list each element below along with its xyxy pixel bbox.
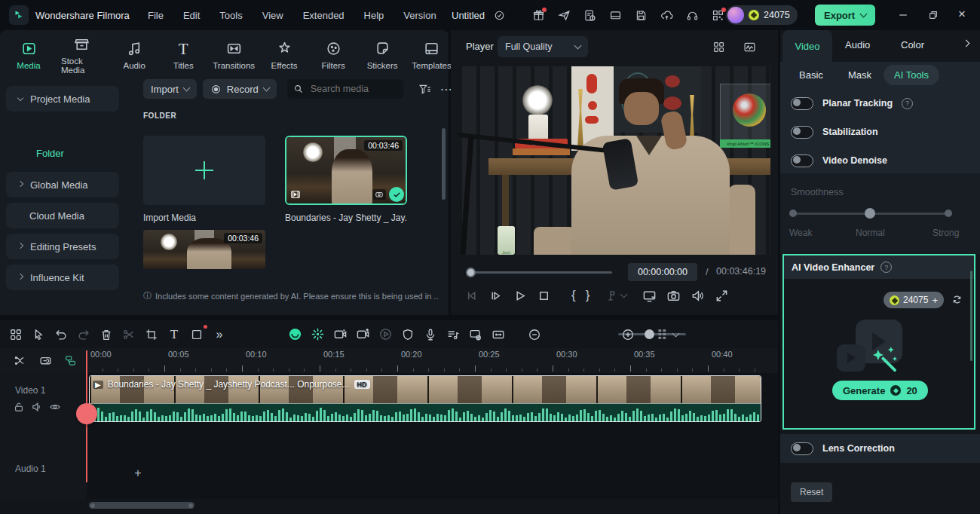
- close-button[interactable]: ×: [958, 7, 966, 22]
- menu-tools[interactable]: Tools: [210, 10, 252, 21]
- crop-icon[interactable]: [140, 324, 163, 345]
- smoothness-handle[interactable]: [865, 208, 875, 219]
- ripple-delete-icon[interactable]: [14, 354, 26, 367]
- sidebar-item-global-media[interactable]: Global Media: [6, 172, 119, 197]
- task-list-icon[interactable]: [583, 9, 596, 22]
- fullscreen-icon[interactable]: [715, 289, 729, 303]
- share-plane-icon[interactable]: [558, 9, 571, 22]
- generate-button[interactable]: Generate 20: [832, 381, 928, 400]
- zoom-slider-handle[interactable]: [645, 329, 654, 339]
- subtab-mask[interactable]: Mask: [848, 69, 871, 81]
- tab-audio[interactable]: Audio: [118, 41, 151, 70]
- playback-render-icon[interactable]: [374, 324, 397, 345]
- sidebar-item-editing-presets[interactable]: Editing Presets: [6, 234, 119, 259]
- play-icon[interactable]: [513, 289, 527, 303]
- sidebar-item-project-media[interactable]: Project Media: [6, 86, 119, 112]
- tab-video[interactable]: Video: [782, 30, 832, 62]
- save-icon[interactable]: [635, 9, 648, 22]
- quality-dropdown[interactable]: Full Quality: [498, 36, 588, 57]
- ai-copilot-icon[interactable]: [283, 324, 306, 345]
- reset-button[interactable]: Reset: [791, 482, 832, 502]
- mask-rect-icon[interactable]: [185, 324, 208, 345]
- menu-edit[interactable]: Edit: [173, 10, 210, 21]
- sidebar-item-influence-kit[interactable]: Influence Kit: [6, 265, 119, 290]
- tab-media[interactable]: Media: [12, 41, 45, 70]
- import-media-tile[interactable]: [143, 136, 265, 205]
- support-headset-icon[interactable]: [686, 9, 699, 22]
- search-input[interactable]: [309, 83, 387, 95]
- layout-grid-icon[interactable]: [712, 41, 725, 54]
- subtab-ai-tools[interactable]: AI Tools: [884, 65, 939, 85]
- mute-icon[interactable]: [31, 401, 43, 413]
- voiceover-mic-icon[interactable]: [419, 324, 442, 345]
- menu-view[interactable]: View: [253, 10, 293, 21]
- account-credits-pill[interactable]: 24075: [726, 5, 798, 25]
- enhancer-scrollbar[interactable]: [970, 271, 972, 361]
- delete-icon[interactable]: [95, 324, 118, 345]
- player-video[interactable]: Basquiat Virgil Abloh™ ICONS Juni: [458, 66, 770, 255]
- tab-transitions[interactable]: Transitions: [216, 41, 252, 70]
- clip-tile-2[interactable]: 00:03:46: [143, 230, 265, 269]
- more-tools-icon[interactable]: »: [208, 324, 231, 345]
- timeline-clip[interactable]: ▶ Boundaries - Jay Shetty _ Jayshetty Po…: [89, 375, 761, 422]
- dock-panel-icon[interactable]: [609, 9, 622, 22]
- volume-icon[interactable]: [691, 289, 705, 303]
- track-height-icon[interactable]: [656, 324, 678, 345]
- text-tool-icon[interactable]: T: [163, 324, 185, 345]
- tab-titles[interactable]: T Titles: [167, 41, 200, 70]
- sidebar-item-folder[interactable]: Folder: [36, 148, 64, 159]
- restore-button[interactable]: [927, 9, 939, 21]
- snapshot-icon[interactable]: [666, 289, 681, 303]
- lock-icon[interactable]: [13, 401, 25, 413]
- select-tool-icon[interactable]: [27, 324, 50, 345]
- stop-icon[interactable]: [537, 289, 551, 303]
- redo-icon[interactable]: [72, 324, 95, 345]
- search-box[interactable]: [287, 79, 403, 99]
- help-icon[interactable]: ?: [880, 262, 892, 273]
- marker-icon[interactable]: [604, 289, 626, 302]
- timeline-hscrollbar[interactable]: [89, 502, 194, 509]
- fit-timeline-icon[interactable]: [487, 324, 510, 345]
- tab-color[interactable]: Color: [901, 39, 924, 50]
- cloud-upload-icon[interactable]: [660, 9, 673, 22]
- smart-cut-icon[interactable]: [306, 324, 329, 345]
- mark-in-icon[interactable]: {: [571, 288, 576, 303]
- clip-tile-selected[interactable]: 00:03:46: [285, 136, 407, 205]
- menu-version[interactable]: Version: [394, 10, 446, 21]
- refresh-icon[interactable]: [951, 294, 963, 305]
- auto-ripple-icon[interactable]: [64, 354, 77, 367]
- tab-stickers[interactable]: Stickers: [366, 41, 399, 70]
- help-icon[interactable]: ?: [902, 98, 913, 109]
- tab-audio[interactable]: Audio: [845, 39, 870, 50]
- audio-mixer-icon[interactable]: [442, 324, 464, 345]
- media-scrollbar[interactable]: [442, 128, 446, 200]
- add-keyframe-icon[interactable]: [351, 324, 374, 345]
- keyframe-camera-icon[interactable]: [329, 324, 351, 345]
- planar-tracking-toggle[interactable]: [791, 97, 813, 110]
- toolbox-grid-icon[interactable]: [5, 324, 27, 345]
- subtab-basic[interactable]: Basic: [799, 69, 823, 81]
- link-clips-icon[interactable]: [39, 354, 52, 367]
- ruler-ticks[interactable]: 00:0000:0500:1000:1500:2000:2500:3000:35…: [87, 348, 765, 373]
- menu-extended[interactable]: Extended: [293, 10, 354, 21]
- filter-icon[interactable]: [418, 83, 431, 96]
- sidebar-item-cloud-media[interactable]: Cloud Media: [6, 203, 119, 228]
- render-preview-icon[interactable]: [642, 289, 657, 303]
- menu-help[interactable]: Help: [354, 10, 394, 21]
- tab-templates[interactable]: Templates: [415, 41, 449, 70]
- seek-handle[interactable]: [466, 268, 476, 277]
- gift-icon[interactable]: [532, 9, 545, 22]
- lens-correction-toggle[interactable]: [791, 442, 813, 455]
- enhancer-credits-pill[interactable]: 24075 +: [884, 292, 944, 308]
- next-frame-icon[interactable]: [488, 289, 503, 303]
- stabilization-toggle[interactable]: [791, 126, 813, 139]
- zoom-out-icon[interactable]: [523, 324, 546, 345]
- add-credits-icon[interactable]: +: [932, 295, 938, 306]
- zoom-in-icon[interactable]: [617, 324, 639, 345]
- video-denoise-toggle[interactable]: [791, 155, 813, 167]
- menu-file[interactable]: File: [138, 10, 173, 21]
- scopes-icon[interactable]: [743, 41, 756, 54]
- seek-track[interactable]: [472, 271, 612, 274]
- hide-track-icon[interactable]: [49, 401, 61, 413]
- more-tabs-icon[interactable]: [963, 40, 970, 47]
